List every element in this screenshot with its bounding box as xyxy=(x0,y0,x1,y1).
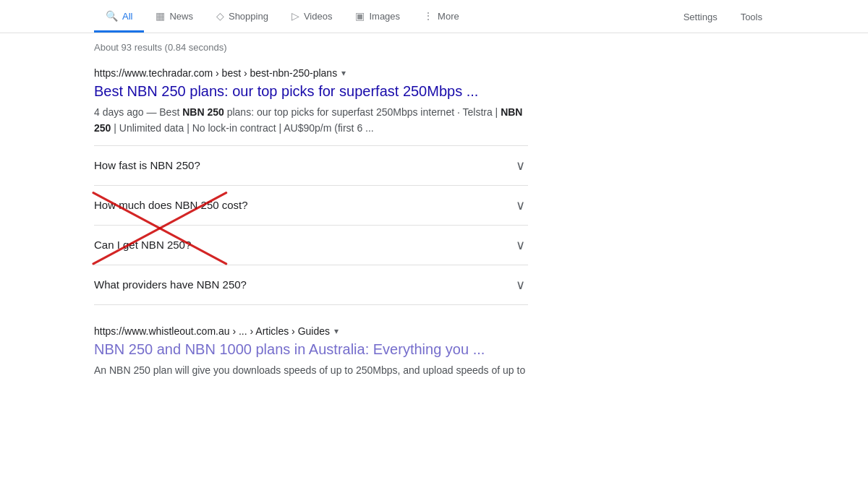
faq-item-3[interactable]: Can I get NBN 250? ∨ xyxy=(94,226,528,265)
search-tabs: 🔍 All ▦ News ◇ Shopping ▷ Videos ▣ Image… xyxy=(0,0,868,33)
faq-item-4[interactable]: What providers have NBN 250? ∨ xyxy=(94,265,528,305)
settings-button[interactable]: Settings xyxy=(672,1,729,31)
faq-wrapper: How fast is NBN 250? ∨ How much does NBN… xyxy=(94,145,528,305)
images-icon: ▣ xyxy=(355,10,365,22)
faq-question-1: How fast is NBN 250? xyxy=(94,159,200,171)
tab-shopping[interactable]: ◇ Shopping xyxy=(205,0,280,33)
tab-news[interactable]: ▦ News xyxy=(144,0,205,33)
faq-item-1[interactable]: How fast is NBN 250? ∨ xyxy=(94,146,528,186)
result-snippet-2: An NBN 250 plan will give you downloads … xyxy=(94,363,528,379)
tab-more[interactable]: ⋮ More xyxy=(412,0,471,33)
results-area: About 93 results (0.84 seconds) https://… xyxy=(0,33,868,399)
tab-images[interactable]: ▣ Images xyxy=(344,0,412,33)
result-url-line-1: https://www.techradar.com › best › best-… xyxy=(94,67,774,79)
tab-news-label: News xyxy=(169,11,193,22)
tab-more-label: More xyxy=(438,11,459,22)
results-count: About 93 results (0.84 seconds) xyxy=(94,42,774,53)
tab-shopping-label: Shopping xyxy=(229,11,268,22)
result-url-1: https://www.techradar.com › best › best-… xyxy=(94,67,337,79)
news-icon: ▦ xyxy=(156,10,165,22)
faq-question-3: Can I get NBN 250? xyxy=(94,239,191,251)
search-result-2: https://www.whistleout.com.au › ... › Ar… xyxy=(94,325,774,379)
more-icon: ⋮ xyxy=(423,10,433,22)
tab-all-label: All xyxy=(122,11,132,22)
result-title-2[interactable]: NBN 250 and NBN 1000 plans in Australia:… xyxy=(94,340,774,359)
tools-button[interactable]: Tools xyxy=(729,1,774,31)
search-result-1: https://www.techradar.com › best › best-… xyxy=(94,67,774,305)
faq-container: How fast is NBN 250? ∨ How much does NBN… xyxy=(94,145,528,305)
faq-chevron-1: ∨ xyxy=(516,158,525,174)
result-url-line-2: https://www.whistleout.com.au › ... › Ar… xyxy=(94,325,774,337)
result-title-1[interactable]: Best NBN 250 plans: our top picks for su… xyxy=(94,82,774,100)
snippet-mid-1: plans: our top picks for superfast 250Mb… xyxy=(224,106,501,118)
result-url-dropdown-1[interactable]: ▾ xyxy=(341,68,346,78)
snippet-bold1-1: NBN 250 xyxy=(182,106,224,118)
shopping-icon: ◇ xyxy=(216,10,224,22)
faq-chevron-4: ∨ xyxy=(516,277,525,293)
tab-videos[interactable]: ▷ Videos xyxy=(280,0,344,33)
videos-icon: ▷ xyxy=(292,10,299,22)
result-url-2: https://www.whistleout.com.au › ... › Ar… xyxy=(94,325,330,337)
tab-videos-label: Videos xyxy=(304,11,333,22)
snippet-end-1: | Unlimited data | No lock-in contract |… xyxy=(111,122,373,134)
faq-chevron-2: ∨ xyxy=(516,197,525,213)
search-icon: 🔍 xyxy=(106,10,118,22)
faq-question-4: What providers have NBN 250? xyxy=(94,278,247,291)
tab-all[interactable]: 🔍 All xyxy=(94,0,144,33)
result-url-dropdown-2[interactable]: ▾ xyxy=(334,326,339,336)
tab-images-label: Images xyxy=(369,11,400,22)
snippet-prefix-1: 4 days ago — Best xyxy=(94,106,182,118)
result-snippet-1: 4 days ago — Best NBN 250 plans: our top… xyxy=(94,105,528,137)
faq-question-2: How much does NBN 250 cost? xyxy=(94,199,248,211)
faq-item-2[interactable]: How much does NBN 250 cost? ∨ xyxy=(94,186,528,226)
faq-chevron-3: ∨ xyxy=(516,237,525,253)
